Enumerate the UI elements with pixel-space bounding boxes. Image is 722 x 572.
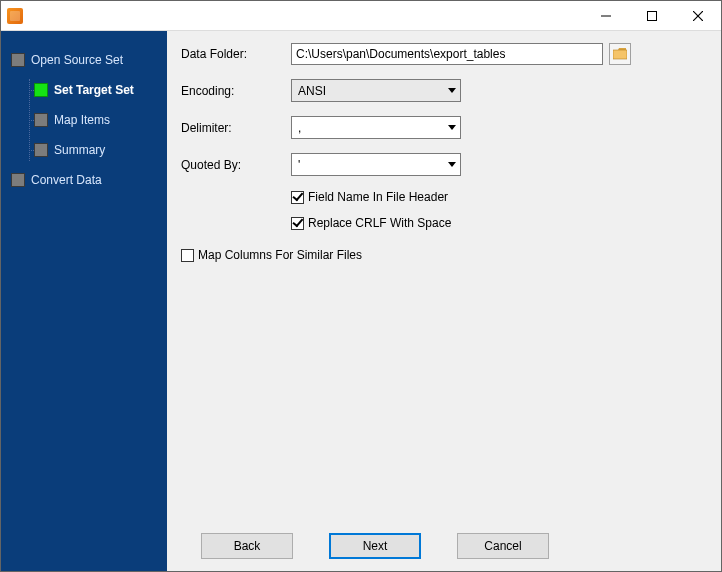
- checkbox-map-columns-similar[interactable]: Map Columns For Similar Files: [181, 248, 707, 262]
- app-icon: [7, 8, 23, 24]
- checkbox-icon: [291, 217, 304, 230]
- checkbox-replace-crlf[interactable]: Replace CRLF With Space: [291, 216, 707, 230]
- quoted-by-label: Quoted By:: [181, 158, 291, 172]
- chevron-down-icon: [448, 88, 456, 93]
- sidebar-item-set-target-set[interactable]: Set Target Set: [34, 79, 161, 101]
- body-area: Open Source Set Set Target Set Map Items…: [1, 31, 721, 571]
- encoding-label: Encoding:: [181, 84, 291, 98]
- checkbox-icon: [181, 249, 194, 262]
- folder-icon: [613, 48, 627, 60]
- step-box-icon: [34, 113, 48, 127]
- close-button[interactable]: [675, 1, 721, 30]
- sidebar-item-label: Map Items: [54, 113, 110, 127]
- wizard-step-tree: Open Source Set Set Target Set Map Items…: [7, 49, 161, 191]
- wizard-sidebar: Open Source Set Set Target Set Map Items…: [1, 31, 167, 571]
- encoding-select[interactable]: ANSI: [291, 79, 461, 102]
- sidebar-item-summary[interactable]: Summary: [34, 139, 161, 161]
- main-panel: Data Folder: Encoding: ANSI: [167, 31, 721, 571]
- form-area: Data Folder: Encoding: ANSI: [181, 43, 707, 529]
- browse-folder-button[interactable]: [609, 43, 631, 65]
- sidebar-item-open-source-set[interactable]: Open Source Set: [11, 49, 161, 71]
- wizard-window: Open Source Set Set Target Set Map Items…: [0, 0, 722, 572]
- checkbox-label: Map Columns For Similar Files: [198, 248, 362, 262]
- delimiter-select[interactable]: ,: [291, 116, 461, 139]
- titlebar-left: [1, 8, 23, 24]
- row-encoding: Encoding: ANSI: [181, 79, 707, 102]
- wizard-button-bar: Back Next Cancel: [181, 529, 707, 561]
- quoted-by-select[interactable]: ': [291, 153, 461, 176]
- titlebar: [1, 1, 721, 31]
- checkbox-icon: [291, 191, 304, 204]
- checkbox-label: Field Name In File Header: [308, 190, 448, 204]
- sidebar-item-convert-data[interactable]: Convert Data: [11, 169, 161, 191]
- delimiter-value: ,: [298, 121, 301, 135]
- sidebar-item-label: Set Target Set: [54, 83, 134, 97]
- sidebar-item-label: Summary: [54, 143, 105, 157]
- step-box-icon: [11, 173, 25, 187]
- cancel-button[interactable]: Cancel: [457, 533, 549, 559]
- step-box-icon: [11, 53, 25, 67]
- sidebar-item-map-items[interactable]: Map Items: [34, 109, 161, 131]
- checkbox-field-name-header[interactable]: Field Name In File Header: [291, 190, 707, 204]
- row-quoted-by: Quoted By: ': [181, 153, 707, 176]
- chevron-down-icon: [448, 162, 456, 167]
- delimiter-label: Delimiter:: [181, 121, 291, 135]
- row-delimiter: Delimiter: ,: [181, 116, 707, 139]
- minimize-button[interactable]: [583, 1, 629, 30]
- svg-rect-1: [648, 11, 657, 20]
- next-button[interactable]: Next: [329, 533, 421, 559]
- data-folder-label: Data Folder:: [181, 47, 291, 61]
- encoding-value: ANSI: [298, 84, 326, 98]
- quoted-by-value: ': [298, 158, 300, 172]
- step-box-icon: [34, 83, 48, 97]
- svg-rect-4: [613, 50, 627, 59]
- sidebar-item-label: Convert Data: [31, 173, 102, 187]
- chevron-down-icon: [448, 125, 456, 130]
- sidebar-item-label: Open Source Set: [31, 53, 123, 67]
- window-controls: [583, 1, 721, 30]
- sidebar-children: Set Target Set Map Items Summary: [29, 79, 161, 161]
- back-button[interactable]: Back: [201, 533, 293, 559]
- checkbox-label: Replace CRLF With Space: [308, 216, 451, 230]
- data-folder-input[interactable]: [291, 43, 603, 65]
- step-box-icon: [34, 143, 48, 157]
- row-data-folder: Data Folder:: [181, 43, 707, 65]
- maximize-button[interactable]: [629, 1, 675, 30]
